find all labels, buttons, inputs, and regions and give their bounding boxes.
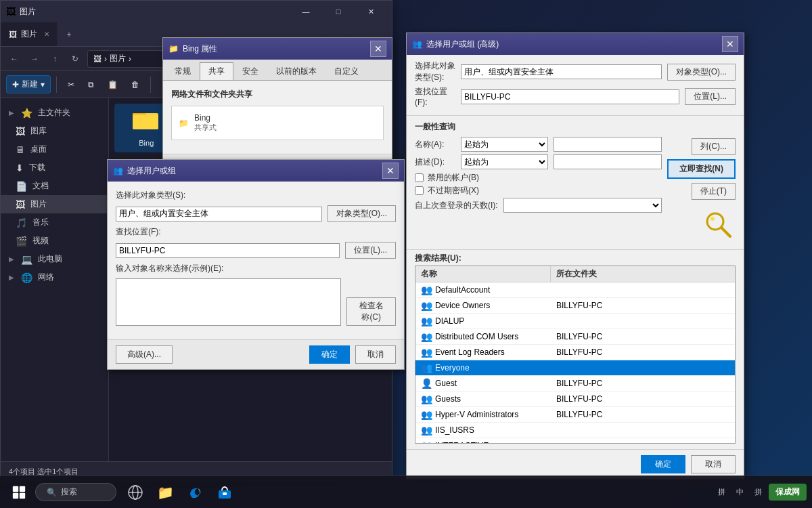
cut-button[interactable]: ✂	[62, 77, 80, 92]
tab-custom[interactable]: 自定义	[325, 62, 367, 80]
paste-icon: 📋	[108, 80, 118, 89]
stop-search-button[interactable]: 停止(T)	[692, 183, 736, 200]
taskbar-search-box[interactable]: 🔍 搜索	[35, 483, 116, 501]
sidebar-item-downloads[interactable]: ⬇ 下载	[1, 158, 108, 177]
result-row-hyperv[interactable]: 👥 Hyper-V Administrators BILLYFU-PC	[415, 407, 735, 423]
result-row-defaultaccount[interactable]: 👥 DefaultAccount	[415, 282, 735, 298]
tab-icon: 🖼	[9, 30, 17, 39]
taskbar-app-folder[interactable]: 📁	[152, 479, 179, 506]
adv-name-input[interactable]	[554, 137, 662, 152]
sidebar-item-gallery[interactable]: 🖼 图库	[1, 122, 108, 140]
result-cell-folder-1: BILLYFU-PC	[551, 299, 735, 312]
result-cell-name-4: 👥 Event Log Readers	[415, 345, 551, 360]
advanced-dialog-titlebar: 👥 选择用户或组 (高级) ✕	[407, 33, 744, 55]
select-user-ok[interactable]: 确定	[309, 345, 350, 364]
start-button[interactable]	[5, 479, 32, 506]
forward-button[interactable]: →	[26, 51, 43, 67]
adv-desc-input[interactable]	[554, 154, 662, 169]
maximize-button[interactable]: □	[323, 1, 354, 22]
copy-button[interactable]: ⧉	[83, 77, 99, 92]
name-textarea[interactable]	[116, 278, 341, 326]
tab-previous[interactable]: 以前的版本	[267, 62, 325, 80]
adv-location-input: BILLYFU-PC	[461, 89, 679, 104]
taskbar: 🔍 搜索 📁	[0, 475, 812, 508]
network-icon: 🌐	[21, 272, 32, 283]
sidebar-item-desktop[interactable]: 🖥 桌面	[1, 140, 108, 158]
adv-general-query-section: 一般性查询 名称(A): 起始为 描述(D): 起始为	[407, 116, 744, 250]
close-button[interactable]: ✕	[355, 1, 386, 22]
disabled-label: 禁用的帐户(B)	[428, 172, 479, 184]
tab-security[interactable]: 安全	[233, 62, 267, 80]
delete-button[interactable]: 🗑	[126, 77, 145, 92]
location-label: 查找位置(F):	[116, 226, 161, 238]
bing-props-close[interactable]: ✕	[370, 41, 386, 57]
taskbar-app-globe[interactable]	[122, 479, 149, 506]
sidebar-item-documents[interactable]: 📄 文档	[1, 177, 108, 195]
disabled-account-checkbox[interactable]	[415, 173, 424, 182]
result-row-eventlog[interactable]: 👥 Event Log Readers BILLYFU-PC	[415, 345, 735, 360]
search-now-button[interactable]: 立即查找(N)	[667, 159, 736, 179]
result-row-interactive[interactable]: 👥 INTERACTIVE	[415, 438, 735, 444]
location-button[interactable]: 位置(L)...	[345, 242, 396, 259]
sidebar-label-main: 主文件夹	[38, 107, 70, 119]
sidebar-item-computer[interactable]: ▶ 💻 此电脑	[1, 250, 108, 268]
location-input: BILLYFU-PC	[116, 243, 340, 258]
taskbar-app-edge[interactable]	[181, 479, 208, 506]
new-chevron: ▾	[41, 80, 45, 89]
sidebar-label-videos: 视频	[32, 235, 49, 247]
sidebar-item-pictures[interactable]: 🖼 图片	[1, 195, 108, 213]
select-user-cancel[interactable]: 取消	[355, 345, 396, 364]
music-icon: 🎵	[16, 217, 27, 228]
result-row-everyone[interactable]: 👥 Everyone	[415, 360, 735, 376]
adv-desc-condition[interactable]: 起始为	[461, 154, 548, 169]
result-row-guest[interactable]: 👤 Guest BILLYFU-PC	[415, 376, 735, 391]
check-names-button[interactable]: 检查名称(C)	[346, 297, 396, 326]
list-columns-button[interactable]: 列(C)...	[692, 138, 736, 155]
new-button[interactable]: ✚ 新建 ▾	[6, 75, 51, 93]
new-tab-button[interactable]: +	[58, 22, 80, 46]
explorer-tab[interactable]: 🖼 图片 ✕	[1, 22, 58, 46]
advanced-button[interactable]: 高级(A)...	[116, 345, 173, 364]
back-button[interactable]: ←	[6, 51, 22, 67]
select-user-close[interactable]: ✕	[382, 163, 399, 179]
adv-name-label: 名称(A):	[415, 139, 455, 150]
result-row-dialup[interactable]: 👥 DIALUP	[415, 314, 735, 329]
sidebar-item-videos[interactable]: 🎬 视频	[1, 232, 108, 250]
result-cell-name-7: 👥 Guests	[415, 391, 551, 406]
select-user-title-icon: 👥	[113, 166, 123, 175]
result-row-guests[interactable]: 👥 Guests BILLYFU-PC	[415, 391, 735, 407]
sidebar-item-main[interactable]: ▶ ⭐ 主文件夹	[1, 104, 108, 122]
tab-sharing[interactable]: 共享	[200, 62, 233, 80]
svg-rect-7	[20, 486, 25, 491]
result-cell-folder-6: BILLYFU-PC	[551, 377, 735, 390]
sidebar-item-music[interactable]: 🎵 音乐	[1, 213, 108, 232]
sidebar-item-network[interactable]: ▶ 🌐 网络	[1, 268, 108, 287]
minimize-button[interactable]: —	[290, 1, 321, 22]
location-value-row: BILLYFU-PC 位置(L)...	[116, 242, 396, 259]
adv-location-btn[interactable]: 位置(L)...	[685, 88, 736, 105]
advanced-dialog-close[interactable]: ✕	[722, 36, 738, 52]
object-type-button[interactable]: 对象类型(O)...	[328, 205, 396, 222]
result-row-distributed-com[interactable]: 👥 Distributed COM Users BILLYFU-PC	[415, 329, 735, 345]
adv-days-select[interactable]	[503, 198, 662, 213]
adv-object-btn[interactable]: 对象类型(O)...	[667, 64, 736, 81]
refresh-button[interactable]: ↻	[67, 51, 83, 67]
paste-button[interactable]: 📋	[102, 77, 123, 92]
taskbar-arrange[interactable]: 拼	[750, 486, 766, 499]
no-expiry-checkbox[interactable]	[415, 186, 424, 195]
taskbar-app-store[interactable]	[211, 479, 238, 506]
adv-name-condition[interactable]: 起始为	[461, 137, 548, 152]
adv-ok-button[interactable]: 确定	[641, 455, 685, 473]
group-icon-2: 👥	[421, 316, 432, 326]
result-cell-name-3: 👥 Distributed COM Users	[415, 329, 551, 344]
adv-cancel-button[interactable]: 取消	[691, 455, 736, 473]
taskbar-lang[interactable]: 拼	[714, 486, 729, 499]
taskbar-ime[interactable]: 中	[732, 486, 748, 499]
result-cell-folder-3: BILLYFU-PC	[551, 330, 735, 343]
tab-general[interactable]: 常规	[166, 62, 200, 80]
col-name: 名称	[415, 266, 551, 282]
tab-close-icon[interactable]: ✕	[44, 30, 49, 38]
up-button[interactable]: ↑	[47, 51, 63, 67]
result-row-iis[interactable]: 👥 IIS_IUSRS	[415, 423, 735, 438]
result-row-deviceowners[interactable]: 👥 Device Owners BILLYFU-PC	[415, 298, 735, 314]
